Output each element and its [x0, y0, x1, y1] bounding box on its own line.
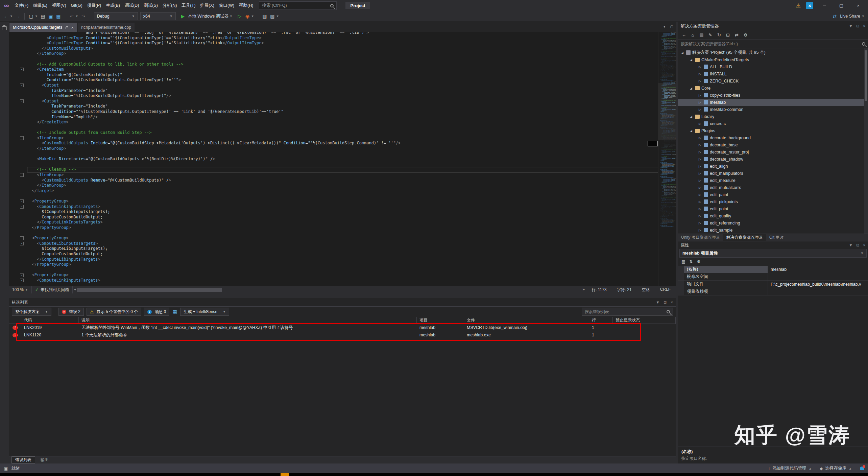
menu-item[interactable]: 帮助(H)	[237, 0, 256, 11]
code-line[interactable]: </ItemGroup>	[9, 51, 658, 56]
tree-item-edit_manipulators[interactable]: ▷edit_manipulators	[678, 170, 868, 177]
explorer-tab[interactable]: 解决方案资源管理器	[723, 234, 766, 241]
fold-gutter[interactable]	[9, 32, 27, 35]
fold-gutter[interactable]	[9, 151, 27, 157]
tree-item-edit_paint[interactable]: ▷edit_paint	[678, 191, 868, 198]
code-line[interactable]: ItemName="ImpLib"/>	[9, 115, 658, 120]
menu-item[interactable]: 编辑(E)	[31, 0, 50, 11]
fold-gutter[interactable]	[9, 125, 27, 130]
tree-item-edit_pickpoints[interactable]: ▷edit_pickpoints	[678, 198, 868, 205]
code-line[interactable]: - <ItemGroup>	[9, 136, 658, 141]
chevron-right-icon[interactable]: ▷	[698, 108, 702, 111]
scrollbar-thumb[interactable]	[865, 50, 867, 101]
fold-gutter[interactable]	[9, 130, 27, 136]
fold-gutter[interactable]: -	[9, 172, 27, 178]
notifications-bell-icon[interactable]	[860, 467, 864, 470]
code-editor[interactable]: and ('%(Extension)' == '.obj' or '%(Exte…	[9, 32, 676, 286]
fold-gutter[interactable]	[9, 178, 27, 183]
live-share-label[interactable]: Live Share	[840, 14, 860, 19]
code-line[interactable]: Condition="'%(CustomBuildOutputs.OutputI…	[9, 109, 658, 115]
close-icon[interactable]: ×	[71, 25, 74, 30]
chevron-right-icon[interactable]: ▷	[698, 179, 702, 182]
float-window-icon[interactable]: ▢	[670, 25, 673, 28]
code-line[interactable]	[9, 125, 658, 130]
bottom-panel-tab[interactable]: 错误列表	[11, 456, 35, 463]
configuration-dropdown[interactable]: Debug ▼	[94, 12, 138, 20]
quick-search-input[interactable]: 搜索 (Ctrl+Q)	[259, 1, 337, 10]
navigate-forward-icon[interactable]: →	[15, 14, 21, 19]
code-line[interactable]	[9, 56, 658, 62]
chevron-down-icon[interactable]: ▼	[75, 15, 78, 18]
fold-gutter[interactable]	[9, 193, 27, 199]
back-icon[interactable]: ←	[680, 32, 688, 38]
code-line[interactable]: </ComputeLinkInputsTargets>	[9, 220, 658, 225]
open-file-icon[interactable]: ▤	[40, 14, 46, 19]
fold-marker-icon[interactable]: -	[20, 273, 24, 277]
tree-item-xerces-c[interactable]: ▷xerces-c	[678, 120, 868, 127]
fold-marker-icon[interactable]: -	[20, 205, 24, 209]
columns-options-icon[interactable]: ▦	[172, 309, 177, 314]
tree-item-decorate_raster_proj[interactable]: ▷decorate_raster_proj	[678, 148, 868, 156]
pin-icon[interactable]: ⊡	[664, 300, 667, 305]
scope-filter-dropdown[interactable]: 整个解决方案 ▼	[12, 308, 51, 316]
chevron-right-icon[interactable]: ▷	[698, 143, 702, 147]
property-value[interactable]	[768, 288, 868, 295]
pin-icon[interactable]: ⊡	[856, 243, 859, 247]
column-header-code[interactable]: 代码	[21, 317, 79, 324]
background-tasks-icon[interactable]: ▣	[4, 466, 8, 471]
column-header-icon[interactable]	[9, 317, 21, 324]
fold-gutter[interactable]: -	[9, 241, 27, 246]
fold-gutter[interactable]	[9, 252, 27, 257]
fold-gutter[interactable]	[9, 267, 27, 273]
settings-icon[interactable]: ⚙	[742, 32, 749, 38]
fold-gutter[interactable]	[9, 225, 27, 231]
fold-gutter[interactable]: -	[9, 136, 27, 141]
chevron-right-icon[interactable]: ▷	[698, 94, 702, 97]
fold-gutter[interactable]	[9, 41, 27, 46]
fold-gutter[interactable]	[9, 209, 27, 215]
code-line[interactable]: TaskParameter="Include"	[9, 104, 658, 109]
fold-marker-icon[interactable]: -	[20, 236, 24, 240]
select-repository-button[interactable]: ◆ 选择存储库 ▲	[820, 466, 852, 471]
chevron-right-icon[interactable]: ▷	[698, 193, 702, 196]
chevron-down-icon[interactable]: ◢	[689, 87, 693, 90]
chevron-right-icon[interactable]: ▷	[698, 172, 702, 175]
fold-marker-icon[interactable]: -	[20, 242, 24, 245]
column-header-project[interactable]: 项目	[417, 317, 464, 324]
close-icon[interactable]: ×	[671, 300, 673, 305]
fold-marker-icon[interactable]: -	[20, 68, 24, 71]
sync-with-active-document-icon[interactable]: ⇄	[733, 32, 741, 38]
toolbox-icon[interactable]	[2, 26, 7, 30]
code-line[interactable]: ItemName="%(CustomBuildOutputs.OutputIte…	[9, 93, 658, 99]
code-line[interactable]: - <ComputeLinkInputsTargets>	[9, 204, 658, 210]
menu-item[interactable]: 生成(B)	[103, 0, 122, 11]
fold-gutter[interactable]	[9, 157, 27, 162]
tree-item-edit_align[interactable]: ▷edit_align	[678, 163, 868, 170]
code-line[interactable]: </ComputeLibInputsTargets>	[9, 257, 658, 262]
fold-marker-icon[interactable]: -	[20, 99, 24, 103]
tree-item-install[interactable]: ▷INSTALL	[678, 70, 868, 77]
document-health-indicator[interactable]: ✓ 未找到相关问题	[32, 286, 73, 293]
chevron-right-icon[interactable]: ▷	[698, 221, 702, 225]
tree-item-edit_measure[interactable]: ▷edit_measure	[678, 177, 868, 184]
chevron-down-icon[interactable]: ◢	[689, 129, 693, 133]
chevron-right-icon[interactable]: ▷	[698, 122, 702, 125]
column-header-line[interactable]: 行	[589, 317, 613, 324]
property-value[interactable]: meshlab	[768, 266, 868, 273]
property-value[interactable]	[768, 273, 868, 280]
code-line[interactable]: Condition="'%(CustomBuildOutputs.OutputI…	[9, 77, 658, 83]
error-row[interactable]: ✕LNK2019无法解析的外部符号 WinMain，函数 "int __cdec…	[9, 324, 676, 331]
code-line[interactable]: - <PropertyGroup>	[9, 199, 658, 204]
tree-item-copy-distrib-files[interactable]: ▷copy-distrib-files	[678, 92, 868, 99]
fold-marker-icon[interactable]: -	[20, 84, 24, 87]
save-icon[interactable]: ▣	[48, 14, 53, 19]
code-line[interactable]: - <PropertyGroup>	[9, 272, 658, 278]
error-row[interactable]: ✕LNK11201 个无法解析的外部命令meshlabmeshlab.exe1	[9, 331, 676, 339]
switch-views-icon[interactable]: ▤	[698, 32, 705, 38]
start-debugging-button[interactable]: ▶ 本地 Windows 调试器 ▼	[178, 14, 235, 19]
chevron-right-icon[interactable]: ▷	[698, 207, 702, 211]
close-button[interactable]: ×	[852, 3, 864, 8]
solution-explorer-search-input[interactable]: 搜索解决方案资源管理器(Ctrl+;)	[678, 40, 868, 48]
fold-gutter[interactable]	[9, 231, 27, 236]
code-line[interactable]: </ItemGroup>	[9, 183, 658, 188]
